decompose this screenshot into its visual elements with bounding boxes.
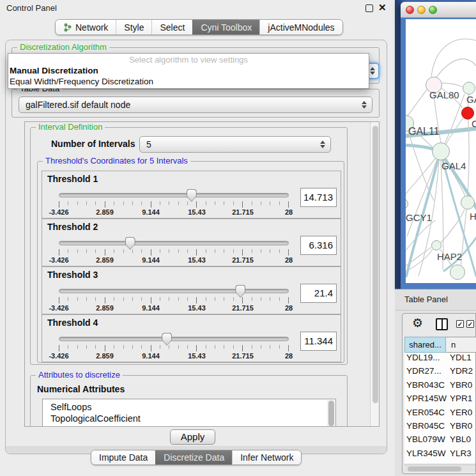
node-label-gal80: GAL80	[429, 89, 459, 100]
list-item[interactable]: TopologicalCoefficient	[43, 413, 335, 424]
interval-definition-group: Interval Definition Number of Intervals …	[30, 127, 348, 365]
table-row[interactable]: YER054CYER0	[404, 408, 475, 421]
checkbox-icon[interactable]: ✓	[456, 320, 464, 328]
threshold-2-slider[interactable]: -3.426 2.859 9.144 15.43 21.715 28	[59, 236, 289, 266]
threshold-1-value-field[interactable]: 14.713	[300, 188, 337, 207]
table-horizontal-scrollbar[interactable]	[404, 464, 475, 472]
scrollbar-thumb[interactable]	[328, 401, 334, 426]
table-row[interactable]: YDR27...YDR2	[404, 366, 475, 380]
table-row[interactable]: YBR043CYBR0	[404, 380, 475, 394]
node-label-gal11: GAL11	[408, 126, 440, 137]
slider-scale: -3.426 2.859 9.144 15.43 21.715 28	[59, 208, 289, 217]
slider-ticks	[59, 297, 289, 303]
slider-scale: -3.426 2.859 9.144 15.43 21.715 28	[59, 304, 289, 312]
threshold-4-value-field[interactable]: 11.344	[300, 332, 337, 351]
number-of-intervals-combo[interactable]: 5	[139, 136, 331, 153]
checkbox-icon[interactable]: ✓	[466, 320, 474, 328]
node-partial-bottom[interactable]	[450, 265, 465, 280]
tab-infer-network[interactable]: Infer Network	[232, 450, 301, 464]
network-window-titlebar	[401, 2, 476, 18]
panel-title: Control Panel	[6, 0, 57, 17]
node-hap2[interactable]	[431, 240, 441, 250]
threshold-3-slider-thumb[interactable]	[235, 285, 245, 298]
settings-scroll-panel: Interval Definition Number of Intervals …	[24, 121, 380, 427]
thresholds-coordinates-group: Threshold's Coordinates for 5 Intervals …	[37, 161, 344, 363]
threshold-3-panel: Threshold 3 -3.426 2.859 9.144 15.43 21.…	[42, 266, 341, 314]
network-window: GAL80 GA GAL11 GAL4 GCY1 H HAP2 C	[401, 2, 476, 289]
numerical-attributes-list[interactable]: SelfLoops TopologicalCoefficient Between…	[42, 399, 336, 427]
node-h[interactable]	[461, 196, 475, 210]
tab-impute-data[interactable]: Impute Data	[91, 450, 155, 464]
table-row[interactable]: YBL079WYBL0	[404, 434, 475, 448]
minimize-traffic-light[interactable]	[417, 6, 426, 14]
thresholds-coordinates-group-title: Threshold's Coordinates for 5 Intervals	[43, 156, 190, 165]
table-row[interactable]: YIL052CYIL0	[404, 462, 475, 463]
node-label-partial-ga: GA	[466, 94, 476, 105]
node-label-partial-c: C	[472, 118, 476, 129]
slider-scale: -3.426 2.859 9.144 15.43 21.715 28	[59, 256, 289, 265]
table-data-combo[interactable]: galFiltered.sif default node	[19, 96, 372, 113]
close-traffic-light[interactable]	[406, 6, 414, 14]
zoom-traffic-light[interactable]	[429, 6, 437, 14]
control-panel-titlebar: Control Panel ✕	[0, 0, 395, 17]
threshold-4-slider[interactable]: -3.426 2.859 9.144 15.43 21.715 28	[59, 332, 289, 362]
slider-ticks	[59, 201, 289, 208]
tab-jactivemnodules[interactable]: jActiveMNodules	[259, 20, 342, 35]
table-row[interactable]: YLR345WYLR3	[404, 449, 475, 462]
popup-option-manual-discretization[interactable]: Manual Discretization	[8, 65, 369, 76]
combo-stepper-icon	[320, 141, 325, 148]
attributes-list-scrollbar[interactable]	[327, 400, 335, 427]
scrollbar-thumb[interactable]	[372, 126, 378, 403]
tab-cyni-toolbox[interactable]: Cyni Toolbox	[192, 20, 259, 35]
algorithm-placeholder-item: Select algorithm to view settings	[8, 54, 369, 65]
column-header-name[interactable]: n	[446, 337, 476, 353]
numerical-attributes-label: Numerical Attributes	[37, 384, 125, 394]
list-item[interactable]: BetweennessCentrality	[43, 424, 335, 427]
combo-stepper-icon	[370, 67, 375, 75]
node-partial-top-right[interactable]	[463, 82, 475, 95]
split-columns-icon[interactable]	[436, 318, 448, 330]
table-row[interactable]: YPR145WYPR1	[404, 394, 475, 407]
table-row[interactable]: YDL19...YDL1	[404, 353, 475, 366]
close-icon[interactable]: ✕	[378, 2, 387, 13]
threshold-4-label: Threshold 4	[47, 318, 98, 328]
threshold-2-value-field[interactable]: 6.316	[300, 236, 337, 255]
threshold-2-panel: Threshold 2 -3.426 2.859 9.144 15.43 21.…	[42, 219, 341, 266]
attributes-group-title: Attributes to discretize	[36, 370, 123, 380]
table-rows: YDL19...YDL1 YDR27...YDR2 YBR043CYBR0 YP…	[404, 353, 475, 463]
popup-option-equal-width-frequency[interactable]: Equal Width/Frequency Discretization	[8, 76, 369, 87]
tab-network-label: Network	[75, 22, 108, 33]
interval-definition-group-title: Interval Definition	[36, 122, 105, 132]
node-gal4[interactable]	[432, 142, 450, 160]
slider-track	[59, 289, 289, 293]
list-item[interactable]: SelfLoops	[43, 399, 335, 413]
threshold-1-slider[interactable]: -3.426 2.859 9.144 15.43 21.715 28	[59, 188, 289, 218]
float-window-icon[interactable]	[365, 4, 373, 12]
slider-ticks	[59, 249, 289, 256]
threshold-1-label: Threshold 1	[47, 174, 98, 184]
table-row[interactable]: YBR045CYBR0	[404, 421, 475, 434]
node-red-selected[interactable]	[461, 107, 474, 119]
tab-network[interactable]: Network	[56, 20, 116, 35]
threshold-4-slider-thumb[interactable]	[162, 333, 172, 346]
network-canvas[interactable]: GAL80 GA GAL11 GAL4 GCY1 H HAP2 C	[406, 19, 476, 283]
scrollbar-thumb[interactable]	[408, 466, 461, 472]
table-header-row: shared... n	[404, 337, 476, 353]
slider-ticks	[59, 345, 289, 351]
threshold-3-slider[interactable]: -3.426 2.859 9.144 15.43 21.715 28	[59, 284, 289, 314]
tab-select[interactable]: Select	[151, 20, 192, 35]
threshold-1-slider-thumb[interactable]	[187, 189, 197, 202]
apply-button[interactable]: Apply	[170, 429, 215, 445]
threshold-2-slider-thumb[interactable]	[125, 237, 135, 250]
threshold-3-value-field[interactable]: 21.4	[300, 284, 337, 303]
threshold-2-label: Threshold 2	[47, 222, 98, 232]
tab-style[interactable]: Style	[116, 20, 151, 35]
network-tab-icon	[63, 23, 72, 32]
attributes-to-discretize-group: Attributes to discretize Numerical Attri…	[30, 375, 348, 427]
bottom-tab-bar: Impute Data Discretize Data Infer Networ…	[91, 450, 302, 465]
gear-icon[interactable]: ⚙	[412, 316, 423, 330]
screen: Control Panel ✕ Network Style	[0, 0, 476, 476]
tab-discretize-data[interactable]: Discretize Data	[155, 450, 232, 464]
settings-panel-scrollbar[interactable]	[370, 122, 380, 427]
column-header-shared[interactable]: shared...	[404, 337, 446, 353]
